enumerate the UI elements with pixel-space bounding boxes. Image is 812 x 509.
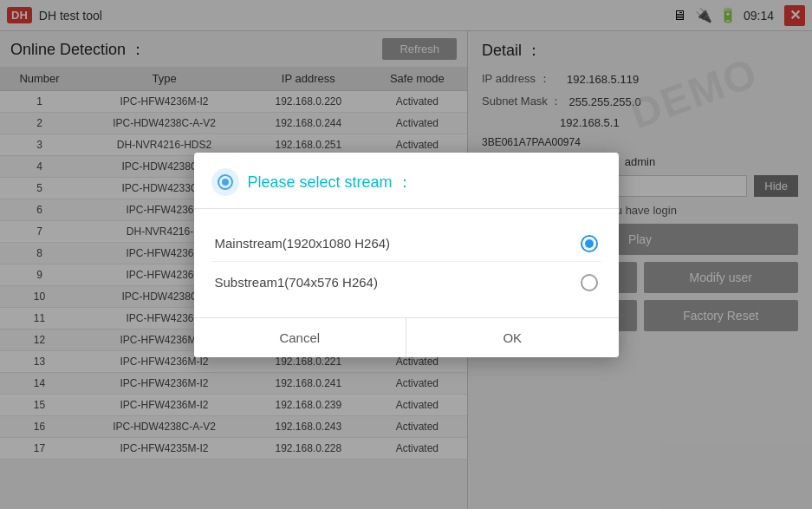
ok-button[interactable]: OK [406,318,619,357]
stream-select-modal: Please select stream ： Mainstream(1920x1… [194,153,619,357]
modal-title: Please select stream ： [248,172,412,193]
substream-option[interactable]: Substream1(704x576 H264) [211,265,601,300]
cancel-button[interactable]: Cancel [194,318,407,357]
modal-overlay: Please select stream ： Mainstream(1920x1… [0,0,812,509]
modal-body: Mainstream(1920x1080 H264) Substream1(70… [194,209,619,317]
substream-radio[interactable] [581,274,598,291]
mainstream-label: Mainstream(1920x1080 H264) [215,236,391,251]
svg-point-1 [222,179,229,186]
mainstream-option[interactable]: Mainstream(1920x1080 H264) [211,226,601,262]
modal-icon [211,168,239,196]
substream-label: Substream1(704x576 H264) [215,275,378,290]
modal-header: Please select stream ： [194,153,619,209]
mainstream-radio[interactable] [581,235,598,252]
modal-footer: Cancel OK [194,317,619,357]
